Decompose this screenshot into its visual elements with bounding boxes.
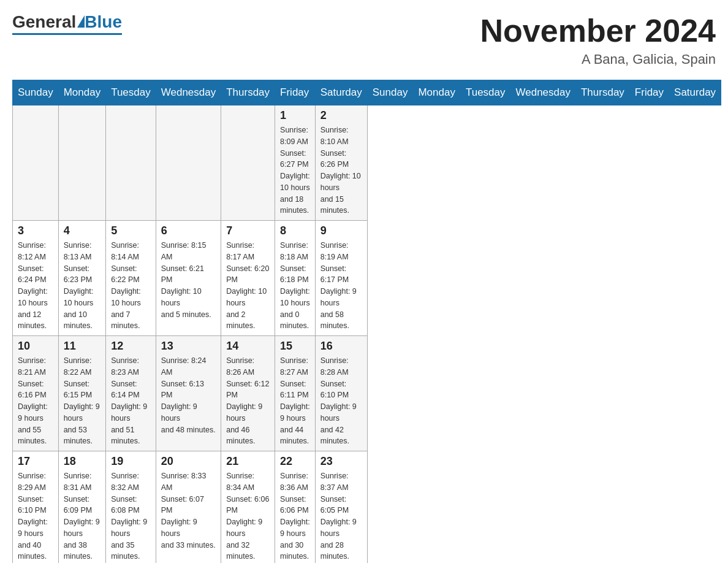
day-info: Sunrise: 8:33 AM Sunset: 6:07 PM Dayligh… <box>161 470 216 551</box>
day-info: Sunrise: 8:09 AM Sunset: 6:27 PM Dayligh… <box>280 124 310 216</box>
calendar-cell <box>58 105 105 221</box>
calendar-cell: 10Sunrise: 8:21 AM Sunset: 6:16 PM Dayli… <box>13 336 59 451</box>
logo-general: General <box>12 12 76 32</box>
day-number: 11 <box>64 340 100 353</box>
day-info: Sunrise: 8:37 AM Sunset: 6:05 PM Dayligh… <box>320 470 362 562</box>
day-number: 22 <box>280 455 310 468</box>
calendar-cell: 20Sunrise: 8:33 AM Sunset: 6:07 PM Dayli… <box>156 451 221 564</box>
day-info: Sunrise: 8:31 AM Sunset: 6:09 PM Dayligh… <box>64 470 100 562</box>
day-info: Sunrise: 8:10 AM Sunset: 6:26 PM Dayligh… <box>320 124 362 216</box>
day-info: Sunrise: 8:18 AM Sunset: 6:18 PM Dayligh… <box>280 240 310 332</box>
day-info: Sunrise: 8:34 AM Sunset: 6:06 PM Dayligh… <box>226 470 270 562</box>
day-number: 17 <box>18 455 53 468</box>
day-info: Sunrise: 8:21 AM Sunset: 6:16 PM Dayligh… <box>18 355 53 447</box>
calendar-header-row: SundayMondayTuesdayWednesdayThursdayFrid… <box>13 80 721 105</box>
logo-blue-part: Blue <box>76 12 122 32</box>
calendar-cell: 1Sunrise: 8:09 AM Sunset: 6:27 PM Daylig… <box>275 105 316 221</box>
page-header: General Blue November 2024 A Bana, Galic… <box>12 12 716 67</box>
calendar-cell: 8Sunrise: 8:18 AM Sunset: 6:18 PM Daylig… <box>275 221 316 336</box>
calendar-cell: 21Sunrise: 8:34 AM Sunset: 6:06 PM Dayli… <box>221 451 275 564</box>
day-info: Sunrise: 8:28 AM Sunset: 6:10 PM Dayligh… <box>320 355 362 447</box>
day-number: 16 <box>320 340 362 353</box>
location-title: A Bana, Galicia, Spain <box>480 52 716 67</box>
day-header-saturday: Saturday <box>669 80 721 105</box>
calendar-table: SundayMondayTuesdayWednesdayThursdayFrid… <box>12 80 721 563</box>
day-header-sunday: Sunday <box>367 80 413 105</box>
calendar-cell: 2Sunrise: 8:10 AM Sunset: 6:26 PM Daylig… <box>315 105 367 221</box>
title-area: November 2024 A Bana, Galicia, Spain <box>480 12 716 67</box>
month-title: November 2024 <box>480 12 716 49</box>
day-info: Sunrise: 8:29 AM Sunset: 6:10 PM Dayligh… <box>18 470 53 562</box>
day-number: 21 <box>226 455 270 468</box>
day-info: Sunrise: 8:23 AM Sunset: 6:14 PM Dayligh… <box>111 355 151 447</box>
day-info: Sunrise: 8:17 AM Sunset: 6:20 PM Dayligh… <box>226 240 270 332</box>
calendar-week-4: 17Sunrise: 8:29 AM Sunset: 6:10 PM Dayli… <box>13 451 721 564</box>
day-number: 6 <box>161 224 216 237</box>
logo-triangle-icon <box>77 15 85 28</box>
day-header-thursday: Thursday <box>575 80 629 105</box>
day-number: 12 <box>111 340 151 353</box>
day-number: 15 <box>280 340 310 353</box>
calendar-cell: 13Sunrise: 8:24 AM Sunset: 6:13 PM Dayli… <box>156 336 221 451</box>
day-info: Sunrise: 8:22 AM Sunset: 6:15 PM Dayligh… <box>64 355 100 447</box>
day-number: 5 <box>111 224 151 237</box>
calendar-week-1: 1Sunrise: 8:09 AM Sunset: 6:27 PM Daylig… <box>13 105 721 221</box>
day-number: 3 <box>18 224 53 237</box>
calendar-cell: 4Sunrise: 8:13 AM Sunset: 6:23 PM Daylig… <box>58 221 105 336</box>
calendar-cell <box>106 105 156 221</box>
day-info: Sunrise: 8:24 AM Sunset: 6:13 PM Dayligh… <box>161 355 216 435</box>
day-number: 18 <box>64 455 100 468</box>
day-header-friday: Friday <box>275 80 316 105</box>
day-info: Sunrise: 8:14 AM Sunset: 6:22 PM Dayligh… <box>111 240 151 332</box>
day-header-saturday: Saturday <box>315 80 367 105</box>
day-number: 13 <box>161 340 216 353</box>
logo: General Blue <box>12 12 122 35</box>
calendar-cell <box>13 105 59 221</box>
day-number: 14 <box>226 340 270 353</box>
calendar-cell: 12Sunrise: 8:23 AM Sunset: 6:14 PM Dayli… <box>106 336 156 451</box>
day-info: Sunrise: 8:32 AM Sunset: 6:08 PM Dayligh… <box>111 470 151 562</box>
day-header-monday: Monday <box>58 80 105 105</box>
calendar-cell: 5Sunrise: 8:14 AM Sunset: 6:22 PM Daylig… <box>106 221 156 336</box>
day-info: Sunrise: 8:36 AM Sunset: 6:06 PM Dayligh… <box>280 470 310 562</box>
calendar-cell: 9Sunrise: 8:19 AM Sunset: 6:17 PM Daylig… <box>315 221 367 336</box>
day-number: 2 <box>320 109 362 122</box>
day-number: 4 <box>64 224 100 237</box>
calendar-cell: 22Sunrise: 8:36 AM Sunset: 6:06 PM Dayli… <box>275 451 316 564</box>
calendar-cell: 18Sunrise: 8:31 AM Sunset: 6:09 PM Dayli… <box>58 451 105 564</box>
calendar-cell: 15Sunrise: 8:27 AM Sunset: 6:11 PM Dayli… <box>275 336 316 451</box>
day-header-tuesday: Tuesday <box>460 80 510 105</box>
day-header-friday: Friday <box>629 80 669 105</box>
day-header-thursday: Thursday <box>221 80 275 105</box>
calendar-cell: 7Sunrise: 8:17 AM Sunset: 6:20 PM Daylig… <box>221 221 275 336</box>
day-number: 23 <box>320 455 362 468</box>
day-header-tuesday: Tuesday <box>106 80 156 105</box>
calendar-cell: 19Sunrise: 8:32 AM Sunset: 6:08 PM Dayli… <box>106 451 156 564</box>
day-number: 20 <box>161 455 216 468</box>
day-header-wednesday: Wednesday <box>510 80 575 105</box>
day-number: 1 <box>280 109 310 122</box>
day-header-monday: Monday <box>413 80 460 105</box>
calendar-cell: 14Sunrise: 8:26 AM Sunset: 6:12 PM Dayli… <box>221 336 275 451</box>
calendar-cell: 6Sunrise: 8:15 AM Sunset: 6:21 PM Daylig… <box>156 221 221 336</box>
logo-blue: Blue <box>85 12 122 32</box>
calendar-cell: 16Sunrise: 8:28 AM Sunset: 6:10 PM Dayli… <box>315 336 367 451</box>
calendar-cell <box>156 105 221 221</box>
day-header-wednesday: Wednesday <box>156 80 221 105</box>
day-info: Sunrise: 8:26 AM Sunset: 6:12 PM Dayligh… <box>226 355 270 447</box>
day-number: 19 <box>111 455 151 468</box>
day-info: Sunrise: 8:27 AM Sunset: 6:11 PM Dayligh… <box>280 355 310 447</box>
day-info: Sunrise: 8:12 AM Sunset: 6:24 PM Dayligh… <box>18 240 53 332</box>
day-header-sunday: Sunday <box>13 80 59 105</box>
calendar-cell: 3Sunrise: 8:12 AM Sunset: 6:24 PM Daylig… <box>13 221 59 336</box>
calendar-cell: 23Sunrise: 8:37 AM Sunset: 6:05 PM Dayli… <box>315 451 367 564</box>
day-info: Sunrise: 8:15 AM Sunset: 6:21 PM Dayligh… <box>161 240 216 320</box>
calendar-cell <box>221 105 275 221</box>
calendar-week-2: 3Sunrise: 8:12 AM Sunset: 6:24 PM Daylig… <box>13 221 721 336</box>
day-number: 9 <box>320 224 362 237</box>
calendar-cell: 11Sunrise: 8:22 AM Sunset: 6:15 PM Dayli… <box>58 336 105 451</box>
day-info: Sunrise: 8:13 AM Sunset: 6:23 PM Dayligh… <box>64 240 100 332</box>
day-info: Sunrise: 8:19 AM Sunset: 6:17 PM Dayligh… <box>320 240 362 332</box>
calendar-week-3: 10Sunrise: 8:21 AM Sunset: 6:16 PM Dayli… <box>13 336 721 451</box>
calendar-cell: 17Sunrise: 8:29 AM Sunset: 6:10 PM Dayli… <box>13 451 59 564</box>
